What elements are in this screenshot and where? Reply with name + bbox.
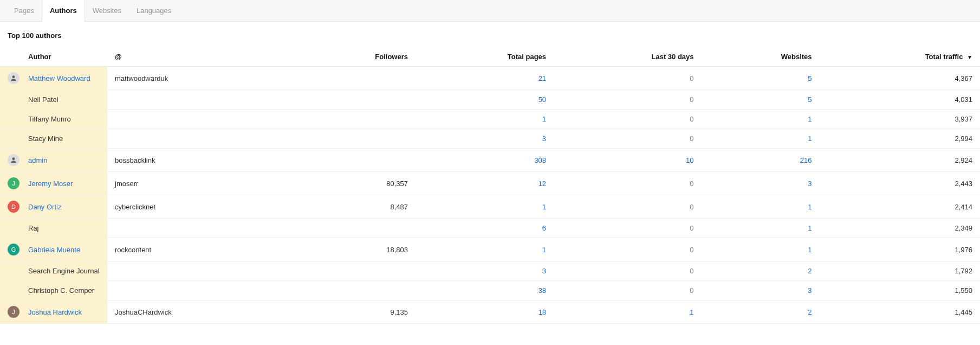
avatar-cell [0,129,21,149]
author-name[interactable]: Matthew Woodward [28,74,90,82]
tabbar: Pages Authors Websites Languages [0,0,980,22]
handle-cell: jmoserr [107,172,292,195]
tab-languages[interactable]: Languages [129,0,179,21]
handle-cell [107,110,292,129]
tab-authors[interactable]: Authors [42,0,85,22]
col-total-traffic[interactable]: Total traffic ▼ [820,47,980,67]
websites-cell: 216 [702,149,820,172]
websites-link[interactable]: 3 [808,286,812,295]
websites-link[interactable]: 1 [808,135,812,143]
total-traffic-cell: 3,937 [820,110,980,129]
tab-pages[interactable]: Pages [7,0,42,21]
handle-cell [107,129,292,149]
total-pages-cell: 6 [416,219,554,238]
author-name[interactable]: Joshua Hardwick [28,308,82,316]
tab-websites[interactable]: Websites [85,0,129,21]
avatar: J [8,177,20,189]
author-name[interactable]: Jeremy Moser [28,180,73,188]
websites-link[interactable]: 1 [808,246,812,254]
total-pages-link[interactable]: 12 [538,180,546,188]
author-cell: Matthew Woodward [21,67,107,90]
total-pages-link[interactable]: 1 [542,246,546,254]
websites-link[interactable]: 1 [808,224,812,232]
svg-point-1 [12,157,15,160]
col-handle[interactable]: @ [107,47,292,67]
author-name: Raj [28,224,39,232]
websites-link[interactable]: 1 [808,203,812,211]
followers-cell: 9,135 [292,301,416,324]
table-row: Tiffany Munro1013,937 [0,110,980,129]
total-pages-link[interactable]: 1 [542,115,546,123]
author-cell: Tiffany Munro [21,110,107,129]
total-pages-link[interactable]: 50 [538,95,546,104]
websites-link[interactable]: 1 [808,115,812,123]
author-name: Stacy Mine [28,135,63,143]
total-pages-link[interactable]: 38 [538,286,546,295]
total-pages-cell: 12 [416,172,554,195]
total-pages-link[interactable]: 6 [542,224,546,232]
total-pages-cell: 3 [416,261,554,281]
handle-cell: JoshuaCHardwick [107,301,292,324]
websites-cell: 3 [702,281,820,301]
websites-cell: 1 [702,219,820,238]
last-30-cell: 0 [554,219,701,238]
last-30-cell: 0 [554,172,701,195]
websites-link[interactable]: 5 [808,74,812,82]
websites-link[interactable]: 5 [808,95,812,104]
last-30-value: 0 [690,74,693,82]
total-pages-link[interactable]: 21 [538,74,546,82]
total-pages-link[interactable]: 3 [542,267,546,275]
total-pages-link[interactable]: 308 [534,156,546,164]
handle-cell [107,219,292,238]
websites-link[interactable]: 3 [808,180,812,188]
avatar [8,72,20,84]
handle-cell: mattwoodwarduk [107,67,292,90]
last-30-link[interactable]: 10 [686,156,693,164]
author-cell: Jeremy Moser [21,172,107,195]
total-traffic-cell: 2,924 [820,149,980,172]
author-cell: Dany Ortiz [21,195,107,219]
author-name[interactable]: admin [28,156,47,164]
table-row: Raj6012,349 [0,219,980,238]
followers-cell [292,90,416,110]
col-total-pages[interactable]: Total pages [416,47,554,67]
avatar: D [8,201,20,213]
total-pages-link[interactable]: 18 [538,308,546,316]
total-pages-link[interactable]: 1 [542,203,546,211]
last-30-cell: 0 [554,110,701,129]
websites-cell: 5 [702,90,820,110]
last-30-link[interactable]: 1 [690,308,693,316]
avatar-cell [0,149,21,172]
total-pages-link[interactable]: 3 [542,135,546,143]
author-cell: Search Engine Journal [21,261,107,281]
handle-cell: cyberclicknet [107,195,292,219]
last-30-cell: 0 [554,90,701,110]
last-30-value: 0 [690,115,693,123]
followers-cell [292,261,416,281]
handle-cell [107,281,292,301]
last-30-cell: 0 [554,261,701,281]
last-30-value: 0 [690,180,693,188]
last-30-cell: 0 [554,238,701,261]
author-cell: admin [21,149,107,172]
col-author[interactable]: Author [21,47,107,67]
websites-link[interactable]: 2 [808,267,812,275]
followers-cell [292,149,416,172]
author-name[interactable]: Dany Ortiz [28,203,61,211]
last-30-cell: 1 [554,301,701,324]
last-30-value: 0 [690,203,693,211]
last-30-value: 0 [690,224,693,232]
col-followers[interactable]: Followers [292,47,416,67]
col-websites[interactable]: Websites [702,47,820,67]
last-30-value: 0 [690,135,693,143]
websites-cell: 2 [702,261,820,281]
websites-link[interactable]: 216 [800,156,812,164]
author-name: Neil Patel [28,95,59,104]
total-traffic-cell: 2,414 [820,195,980,219]
col-last-30[interactable]: Last 30 days [554,47,701,67]
websites-link[interactable]: 2 [808,308,812,316]
avatar: G [8,244,20,255]
author-name[interactable]: Gabriela Muente [28,246,80,254]
websites-cell: 1 [702,110,820,129]
author-cell: Christoph C. Cemper [21,281,107,301]
